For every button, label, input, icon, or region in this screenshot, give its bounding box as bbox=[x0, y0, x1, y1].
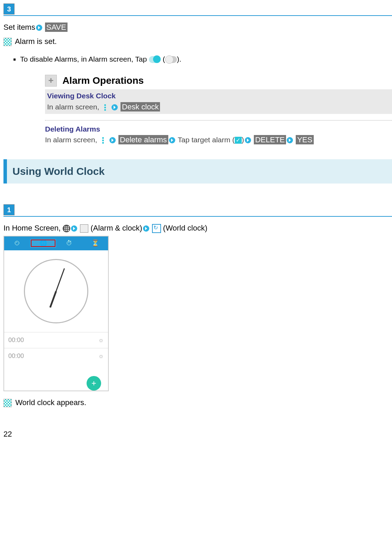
more-icon bbox=[100, 136, 106, 144]
result-icon bbox=[3, 38, 12, 46]
disable-text: To disable Alarms, in Alarm screen, Tap bbox=[20, 55, 149, 63]
alarm-set-text: Alarm is set. bbox=[15, 37, 57, 46]
more-icon bbox=[102, 104, 108, 111]
sun-icon: ☼ bbox=[98, 352, 104, 360]
screenshot-tabs: ⏲ 🌐 ⏱ ⏳ bbox=[4, 236, 108, 250]
tap-post: ) bbox=[242, 136, 244, 144]
step-3-rule bbox=[3, 15, 392, 16]
arrow-icon bbox=[143, 225, 150, 232]
disable-alarm-note: To disable Alarms, in Alarm screen, Tap … bbox=[20, 54, 392, 64]
paren-open: ( bbox=[163, 55, 165, 63]
arrow-icon bbox=[286, 137, 293, 144]
step-3-result: Alarm is set. bbox=[3, 36, 392, 47]
world-clock-appears-text: World clock appears. bbox=[15, 398, 86, 407]
step-1-instruction: In Home Screen, (Alarm & clock) (World c… bbox=[3, 223, 392, 234]
desk-clock-label: Desk clock bbox=[121, 102, 160, 111]
step-3-badge: 3 bbox=[3, 3, 15, 15]
yes-label: YES bbox=[296, 135, 314, 144]
step-3-instruction: Set items SAVE bbox=[3, 22, 392, 33]
screenshot-body: 00:00☼ 00:00☼ + bbox=[4, 259, 108, 397]
fab-add-icon: + bbox=[87, 376, 101, 391]
alarm-clock-icon bbox=[80, 224, 88, 233]
alarm-operations-title: Alarm Operations bbox=[62, 75, 144, 86]
row1-time: 00:00 bbox=[8, 336, 24, 344]
section-using-world-clock: Using World Clock bbox=[3, 159, 392, 184]
toggle-on-icon bbox=[149, 56, 161, 63]
tab-stopwatch: ⏱ bbox=[56, 239, 82, 248]
view-pre: In alarm screen, bbox=[47, 103, 101, 111]
world-clock-icon bbox=[152, 224, 161, 233]
arrow-icon bbox=[36, 24, 43, 31]
deleting-alarms-body: In alarm screen, Delete alarms Tap targe… bbox=[45, 135, 392, 145]
row2-time: 00:00 bbox=[8, 352, 24, 360]
del-pre: In alarm screen, bbox=[45, 136, 99, 144]
viewing-desk-clock-title: Viewing Desk Clock bbox=[47, 91, 392, 101]
page-number: 22 bbox=[3, 429, 392, 440]
checkbox-icon: ✓ bbox=[235, 137, 242, 144]
delete-label: DELETE bbox=[254, 135, 286, 144]
alarm-operations-box: + Alarm Operations Viewing Desk Clock In… bbox=[45, 74, 392, 145]
note-list: To disable Alarms, in Alarm screen, Tap … bbox=[3, 54, 392, 64]
tap-pre: Tap target alarm ( bbox=[178, 136, 235, 144]
arrow-icon bbox=[111, 104, 118, 111]
alarm-clock-text: (Alarm & clock) bbox=[90, 224, 142, 232]
tab-alarm: ⏲ bbox=[4, 239, 30, 248]
arrow-icon bbox=[71, 225, 78, 232]
toggle-off-icon bbox=[165, 56, 177, 63]
arrow-icon bbox=[109, 137, 116, 144]
deleting-alarms-title: Deleting Alarms bbox=[45, 124, 392, 134]
sun-icon: ☼ bbox=[98, 336, 104, 344]
arrow-icon bbox=[244, 137, 251, 144]
paren-close: ). bbox=[177, 55, 181, 63]
tab-timer: ⏳ bbox=[82, 239, 108, 248]
step-1-result: World clock appears. bbox=[3, 397, 392, 408]
plus-icon: + bbox=[45, 75, 57, 87]
deleting-alarms-block: Deleting Alarms In alarm screen, Delete … bbox=[45, 124, 392, 145]
viewing-desk-clock-body: In alarm screen, Desk clock bbox=[47, 102, 392, 113]
world-clock-text: (World clock) bbox=[163, 224, 207, 232]
arrow-icon bbox=[169, 137, 176, 144]
step-1-rule bbox=[3, 216, 392, 217]
save-button-label: SAVE bbox=[45, 23, 68, 32]
home-screen-text: In Home Screen, bbox=[3, 224, 63, 232]
set-items-text: Set items bbox=[3, 23, 35, 32]
clock-row-1: 00:00☼ bbox=[4, 332, 108, 348]
analog-clock-icon bbox=[24, 259, 88, 323]
dotted-separator bbox=[45, 120, 392, 120]
delete-alarms-label: Delete alarms bbox=[118, 135, 168, 144]
result-icon bbox=[3, 399, 12, 407]
viewing-desk-clock-block: Viewing Desk Clock In alarm screen, Desk… bbox=[45, 89, 392, 114]
step-1-badge: 1 bbox=[3, 204, 15, 215]
apps-icon bbox=[63, 225, 70, 232]
world-clock-screenshot: ⏲ 🌐 ⏱ ⏳ 00:00☼ 00:00☼ + bbox=[3, 236, 109, 391]
tab-world-clock: 🌐 bbox=[30, 239, 56, 248]
clock-row-2: 00:00☼ bbox=[4, 348, 108, 364]
